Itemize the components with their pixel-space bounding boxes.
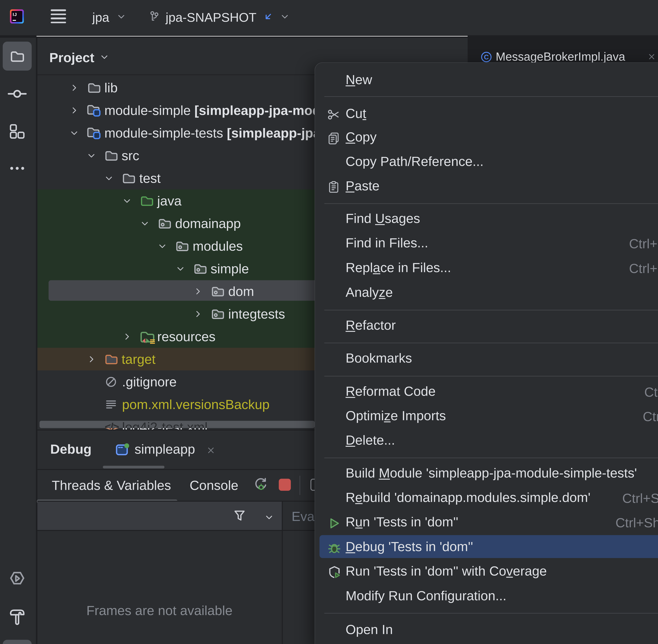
svg-text:C: C <box>484 53 489 61</box>
